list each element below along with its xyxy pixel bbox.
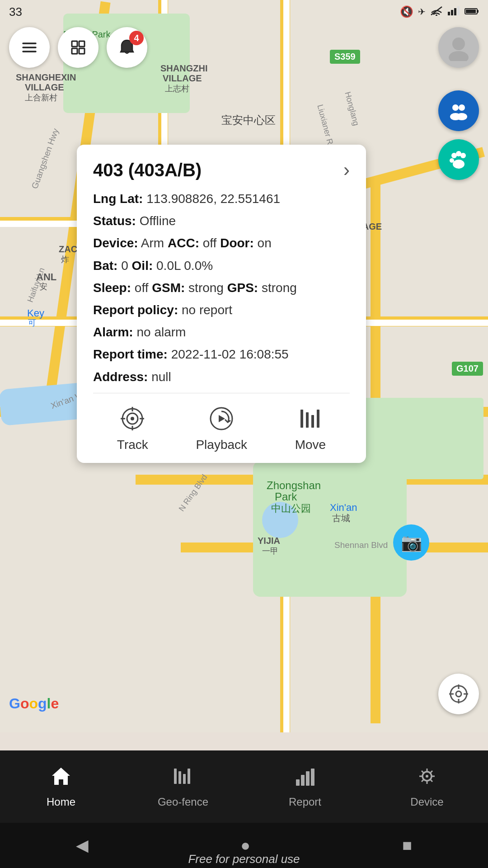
watermark: Free for personal use (0, 823, 488, 868)
svg-point-56 (426, 775, 428, 778)
nav-device[interactable]: Device (366, 765, 488, 808)
device-icon (416, 765, 438, 792)
map-controls: 4 (9, 27, 147, 68)
svg-rect-36 (300, 410, 303, 428)
report-icon (294, 765, 316, 792)
wifi-off-icon (430, 6, 443, 18)
bottom-navigation: Home Geo-fence Report (0, 750, 488, 823)
address-row: Address: null (93, 368, 350, 386)
expand-button[interactable] (58, 27, 99, 68)
svg-rect-13 (79, 41, 84, 47)
status-bar: 33 🔇 ✈ (0, 0, 488, 24)
svg-rect-12 (72, 41, 77, 47)
svg-point-1 (436, 14, 437, 16)
playback-label: Playback (196, 438, 247, 452)
silent-icon: 🔇 (400, 5, 413, 18)
right-float-buttons (438, 90, 479, 180)
move-action[interactable]: Move (295, 404, 326, 452)
playback-action[interactable]: Playback (196, 404, 247, 452)
svg-rect-54 (311, 769, 314, 786)
paw-button[interactable] (438, 139, 479, 180)
nav-home-label: Home (47, 796, 75, 808)
notification-button[interactable]: 4 (107, 27, 147, 68)
svg-point-33 (131, 417, 134, 420)
svg-marker-46 (52, 768, 70, 785)
geofence-icon (172, 765, 194, 792)
popup-card: 403 (403A/B) › Lng Lat: 113.908826, 22.5… (77, 145, 366, 463)
google-logo: Google (9, 695, 59, 712)
status-time: 33 (9, 5, 22, 19)
svg-rect-38 (311, 415, 314, 428)
svg-marker-35 (219, 415, 225, 422)
track-icon (118, 404, 147, 433)
people-button[interactable] (438, 90, 479, 131)
map-marker-camera: 📷 (393, 524, 429, 561)
location-off-icon: ✈ (418, 6, 426, 17)
svg-rect-48 (178, 771, 181, 784)
track-label: Track (117, 438, 148, 452)
svg-point-16 (452, 38, 465, 50)
svg-point-17 (449, 51, 469, 61)
battery-icon (465, 5, 479, 18)
svg-rect-39 (317, 410, 319, 428)
popup-title: 403 (403A/B) (93, 160, 202, 180)
nav-geofence-label: Geo-fence (158, 796, 208, 808)
nav-device-label: Device (410, 796, 443, 808)
svg-point-21 (456, 113, 467, 120)
track-action[interactable]: Track (117, 404, 148, 452)
svg-rect-15 (79, 48, 84, 54)
svg-rect-4 (454, 8, 456, 15)
svg-rect-14 (72, 48, 77, 54)
svg-point-19 (459, 104, 465, 111)
svg-rect-8 (466, 9, 476, 13)
svg-rect-37 (306, 412, 309, 428)
svg-rect-50 (188, 769, 190, 784)
report-policy-row: Report policy: no report (93, 301, 350, 319)
playback-icon (207, 404, 236, 433)
nav-geofence[interactable]: Geo-fence (122, 765, 244, 808)
move-icon (296, 404, 325, 433)
svg-rect-49 (183, 774, 186, 784)
report-time-row: Report time: 2022-11-02 16:08:55 (93, 345, 350, 363)
svg-rect-2 (448, 12, 450, 15)
sleep-row: Sleep: off GSM: strong GPS: strong (93, 279, 350, 297)
bat-row: Bat: 0 Oil: 0.0L 0.0% (93, 257, 350, 274)
move-label: Move (295, 438, 326, 452)
home-icon (50, 765, 72, 792)
nav-home[interactable]: Home (0, 765, 122, 808)
location-button[interactable] (438, 674, 479, 714)
avatar-button[interactable] (438, 27, 479, 68)
popup-arrow[interactable]: › (343, 159, 350, 181)
popup-actions: Track Playback (93, 401, 350, 452)
svg-point-24 (460, 153, 466, 158)
svg-rect-53 (306, 771, 310, 786)
svg-point-26 (453, 160, 465, 169)
watermark-text: Free for personal use (188, 852, 300, 866)
status-row: Status: Offline (93, 212, 350, 230)
svg-rect-47 (174, 769, 177, 784)
svg-rect-5 (457, 6, 460, 15)
nav-report-label: Report (289, 796, 321, 808)
menu-button[interactable] (9, 27, 50, 68)
signal-icon (447, 5, 460, 18)
device-row: Device: Arm ACC: off Door: on (93, 234, 350, 252)
lng-lat-row: Lng Lat: 113.908826, 22.551461 (93, 190, 350, 208)
notification-badge: 4 (129, 31, 144, 45)
svg-point-41 (456, 691, 461, 697)
svg-rect-51 (296, 779, 300, 786)
svg-rect-3 (451, 10, 453, 15)
nav-report[interactable]: Report (244, 765, 366, 808)
svg-rect-7 (477, 10, 479, 13)
svg-point-18 (452, 104, 459, 111)
alarm-row: Alarm: no alarm (93, 323, 350, 341)
svg-rect-52 (301, 775, 305, 786)
